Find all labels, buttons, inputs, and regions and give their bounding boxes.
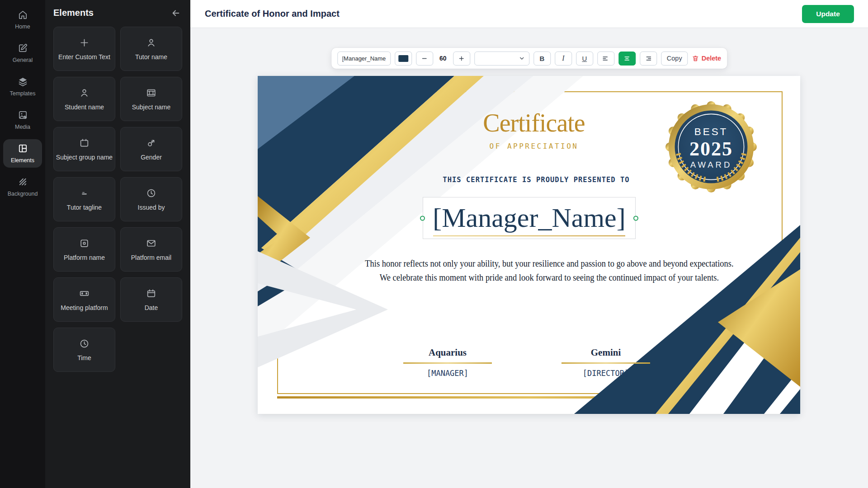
font-family-select[interactable] xyxy=(474,52,529,66)
media-plus-icon xyxy=(18,110,28,120)
copy-button[interactable]: Copy xyxy=(661,52,688,66)
square-in-square-icon xyxy=(79,238,90,249)
sidebar-item-elements[interactable]: Elements xyxy=(3,139,42,168)
card-label: Tutor tagline xyxy=(67,204,102,211)
dash-icon xyxy=(79,188,90,199)
signature-director[interactable]: Gemini [DIRECTOR] xyxy=(547,347,665,378)
sidebar-item-label: Background xyxy=(8,191,38,197)
sidebar-item-label: Templates xyxy=(10,90,36,97)
chevron-down-icon xyxy=(519,55,525,61)
background-hatch-icon xyxy=(18,177,28,187)
person-icon xyxy=(146,37,157,48)
topbar: Certificate of Honor and Impact Update xyxy=(190,0,868,28)
signature-manager[interactable]: Aquarius [MANAGER] xyxy=(389,347,506,378)
description-line-1: This honor reflects not only your abilit… xyxy=(365,257,733,271)
clock-icon xyxy=(79,338,90,349)
text-color-button[interactable] xyxy=(395,52,412,66)
card-label: Student name xyxy=(65,103,104,111)
signature-role: [DIRECTOR] xyxy=(547,369,665,378)
sidebar-item-templates[interactable]: Templates xyxy=(3,72,42,101)
element-card-platform-email[interactable]: Platform email xyxy=(120,227,182,272)
trash-icon xyxy=(692,55,699,62)
badge-top-text: BEST xyxy=(694,126,728,137)
gender-icon xyxy=(146,137,157,149)
card-label: Issued by xyxy=(138,204,165,211)
element-card-custom-text[interactable]: Enter Custom Text xyxy=(53,27,115,71)
text-content-input[interactable] xyxy=(337,52,391,66)
certificate-preview[interactable]: BEST 2025 AWARD Certificate OF APPRECIAT… xyxy=(258,76,800,414)
element-card-subject-name[interactable]: Subject name xyxy=(120,77,182,121)
certificate-description[interactable]: This honor reflects not only your abilit… xyxy=(365,257,733,285)
certificate-title[interactable]: Certificate xyxy=(483,108,585,137)
sidebar-item-label: General xyxy=(13,57,33,63)
sidebar-item-media[interactable]: Media xyxy=(3,106,42,134)
element-card-date[interactable]: Date xyxy=(120,277,182,322)
presented-line[interactable]: THIS CERTIFICATE IS PROUDLY PRESENTED TO xyxy=(443,176,629,184)
align-left-icon xyxy=(602,55,609,62)
element-card-time[interactable]: Time xyxy=(53,328,115,372)
recipient-name: [Manager_Name] xyxy=(423,197,635,239)
selected-recipient-textbox[interactable]: [Manager_Name] xyxy=(423,197,636,239)
card-label: Gender xyxy=(141,154,162,161)
update-button[interactable]: Update xyxy=(802,5,854,23)
certificate-subtitle[interactable]: OF APPRECIATION xyxy=(490,142,579,150)
font-size-increase-button[interactable] xyxy=(453,52,470,66)
underline-button[interactable]: U xyxy=(576,52,593,66)
element-card-meeting-platform[interactable]: Meeting platform xyxy=(53,277,115,322)
mail-icon xyxy=(146,238,157,249)
element-card-tutor-name[interactable]: Tutor name xyxy=(120,27,182,71)
sidebar-item-background[interactable]: Background xyxy=(3,173,42,201)
element-card-platform-name[interactable]: Platform name xyxy=(53,227,115,272)
signature-name: Aquarius xyxy=(389,347,506,358)
person-icon xyxy=(79,87,90,99)
recipient-gold-underline xyxy=(433,235,625,236)
layers-icon xyxy=(18,76,28,87)
panel-title: Elements xyxy=(53,8,94,18)
align-right-icon xyxy=(644,55,652,62)
card-label: Subject group name xyxy=(56,154,113,161)
text-toolbar: 60 B I U Copy Delete xyxy=(331,48,727,69)
color-swatch xyxy=(398,55,408,62)
delete-button[interactable]: Delete xyxy=(692,55,722,62)
home-icon xyxy=(18,9,28,20)
element-card-subject-group-name[interactable]: Subject group name xyxy=(53,127,115,171)
certificate-editor-app: Home General Templates Media Elements Ba… xyxy=(0,0,868,488)
card-label: Platform email xyxy=(131,254,171,261)
element-card-tutor-tagline[interactable]: Tutor tagline xyxy=(53,177,115,221)
sidebar-item-label: Media xyxy=(15,124,30,130)
best-2025-award-badge: BEST 2025 AWARD xyxy=(665,100,758,193)
signature-gold-line xyxy=(561,362,650,364)
font-size-decrease-button[interactable] xyxy=(416,52,433,66)
signature-gold-line xyxy=(403,362,492,364)
element-card-gender[interactable]: Gender xyxy=(120,127,182,171)
plus-icon xyxy=(458,55,465,62)
selection-handle-right[interactable] xyxy=(633,216,638,221)
selection-handle-left[interactable] xyxy=(420,216,425,221)
italic-button[interactable]: I xyxy=(555,52,572,66)
badge-bottom-text: AWARD xyxy=(690,160,732,169)
card-label: Enter Custom Text xyxy=(58,53,110,61)
align-center-button[interactable] xyxy=(618,52,636,66)
elements-panel-header: Elements xyxy=(45,0,190,25)
card-label: Time xyxy=(77,354,91,361)
card-label: Platform name xyxy=(64,254,105,261)
signature-name: Gemini xyxy=(547,347,665,358)
delete-label: Delete xyxy=(702,55,722,62)
bold-button[interactable]: B xyxy=(533,52,551,66)
calendar-icon xyxy=(146,288,157,299)
sidebar-item-home[interactable]: Home xyxy=(3,5,42,34)
elements-panel: Elements Enter Custom Text Tutor name St… xyxy=(45,0,190,488)
sidebar-item-general[interactable]: General xyxy=(3,39,42,67)
element-card-issued-by[interactable]: Issued by xyxy=(120,177,182,221)
frame-icon xyxy=(146,87,157,99)
align-right-button[interactable] xyxy=(640,52,657,66)
clock-icon xyxy=(146,188,157,199)
collapse-panel-arrow-icon[interactable] xyxy=(171,8,181,18)
icon-rail: Home General Templates Media Elements Ba… xyxy=(0,0,45,488)
card-label: Tutor name xyxy=(135,53,167,61)
element-card-student-name[interactable]: Student name xyxy=(53,77,115,121)
sidebar-item-label: Home xyxy=(15,23,30,30)
edit-icon xyxy=(18,43,28,53)
align-left-button[interactable] xyxy=(597,52,614,66)
sidebar-item-label: Elements xyxy=(11,157,34,164)
